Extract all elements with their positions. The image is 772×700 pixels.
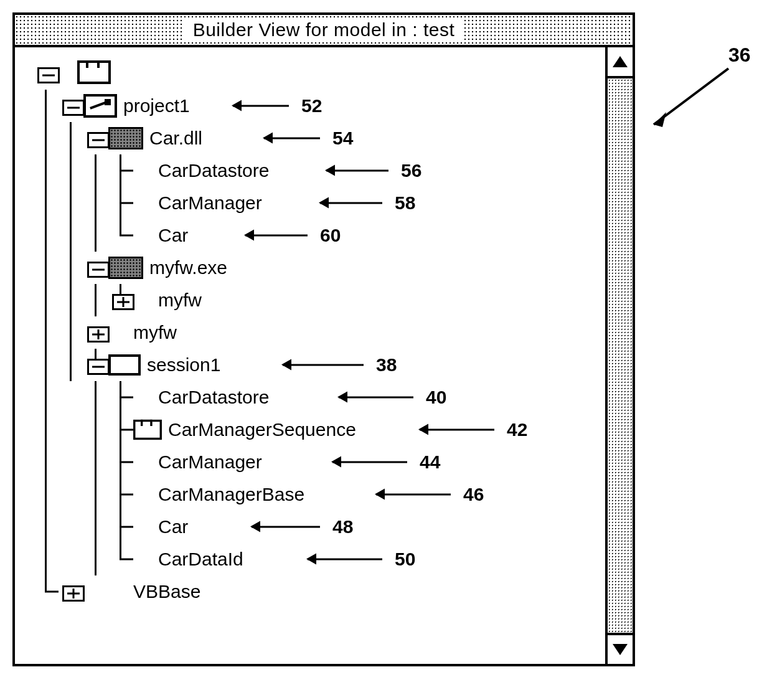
ref-label: 48: [332, 516, 353, 537]
tree-item[interactable]: myfw: [133, 322, 177, 343]
window-icon: [108, 354, 141, 376]
svg-marker-1: [654, 112, 666, 127]
ref-label: 38: [376, 354, 397, 376]
window-title: Builder View for model in : test: [184, 19, 464, 40]
title-bar: Builder View for model in : test: [15, 15, 633, 47]
tree-item-project[interactable]: project1: [123, 95, 190, 116]
ref-label: 50: [395, 549, 415, 570]
collapse-icon[interactable]: [62, 100, 85, 116]
window: Builder View for model in : test project…: [12, 12, 635, 666]
tree-item[interactable]: CarDataId: [158, 549, 243, 570]
vertical-scrollbar[interactable]: [605, 47, 633, 664]
tree-item[interactable]: Car: [158, 516, 188, 537]
chevron-up-icon: [613, 56, 628, 67]
tree-item-vbbase[interactable]: VBBase: [133, 581, 200, 602]
tree-item[interactable]: CarManager: [158, 452, 262, 473]
binary-icon: [108, 127, 143, 149]
tree-item-cardll[interactable]: Car.dll: [149, 128, 202, 149]
tree-item-session[interactable]: session1: [147, 354, 220, 376]
ref-label: 58: [395, 192, 415, 214]
tree-item-myfwexe[interactable]: myfw.exe: [149, 257, 227, 278]
expand-icon[interactable]: [112, 294, 134, 310]
tree-item[interactable]: CarManagerSequence: [168, 419, 356, 440]
tree-item[interactable]: CarDatastore: [158, 160, 269, 181]
scroll-up-button[interactable]: [608, 47, 633, 78]
ref-label: 54: [332, 128, 353, 149]
ref-label: 44: [420, 452, 440, 473]
figure-pointer: [647, 62, 747, 137]
package-icon: [77, 60, 111, 84]
binary-icon: [108, 257, 143, 279]
tree-item[interactable]: myfw: [158, 290, 202, 311]
expand-icon[interactable]: [87, 326, 110, 343]
ref-label: 56: [401, 160, 421, 181]
hammer-icon: [83, 94, 117, 118]
ref-label: 46: [463, 484, 484, 505]
scroll-down-button[interactable]: [608, 633, 633, 664]
ref-label: 42: [507, 419, 527, 440]
tree-item[interactable]: CarDatastore: [158, 387, 269, 408]
collapse-icon[interactable]: [87, 262, 110, 278]
tree-view[interactable]: project1 52 Car.dll 54: [15, 47, 605, 664]
tree-item[interactable]: Car: [158, 225, 188, 246]
ref-label: 40: [426, 387, 446, 408]
tree-item[interactable]: CarManagerBase: [158, 484, 304, 505]
ref-label: 52: [301, 95, 322, 116]
collapse-icon[interactable]: [87, 359, 110, 375]
scroll-track[interactable]: [608, 78, 633, 633]
expand-icon[interactable]: [62, 585, 85, 602]
tree-item[interactable]: CarManager: [158, 192, 262, 214]
collapse-icon[interactable]: [37, 67, 60, 83]
collapse-icon[interactable]: [87, 132, 110, 148]
package-icon: [133, 420, 162, 440]
chevron-down-icon: [613, 644, 628, 655]
ref-label: 60: [320, 225, 341, 246]
figure-number: 36: [728, 44, 751, 67]
